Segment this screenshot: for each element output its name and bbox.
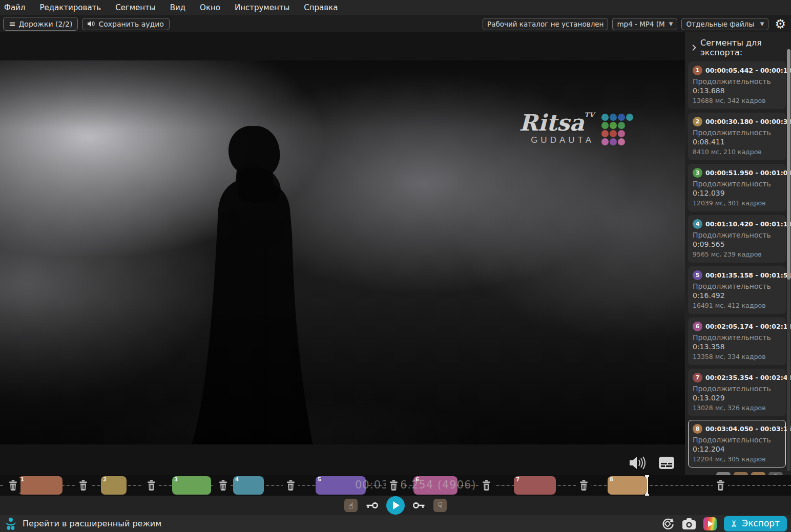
delete-segment-icon[interactable] [283, 478, 298, 493]
next-keyframe-icon[interactable] [413, 501, 425, 509]
delete-segment-icon[interactable] [75, 478, 91, 493]
volume-icon[interactable] [629, 456, 646, 470]
segment-card[interactable]: 4 00:01:10.420 - 00:01:19.986 Продолжите… [688, 215, 786, 263]
jump-cut-start-button[interactable]: ☝ [344, 499, 358, 512]
segment-duration-label: Продолжительность [693, 282, 781, 290]
segment-details: 8410 мс, 210 кадров [693, 148, 781, 156]
timeline-segment[interactable]: 2 [101, 476, 127, 495]
player-area: RitsaTV GUDAUTA [0, 32, 685, 475]
timeline[interactable]: 00:03:16.254 (4906) 12345678 [0, 475, 791, 496]
segment-duration-value: 0:12.204 [693, 445, 781, 453]
working-dir-button[interactable]: Рабочий каталог не установлен [483, 18, 608, 30]
delete-segment-icon[interactable] [713, 478, 728, 493]
rotate-icon[interactable] [661, 517, 675, 530]
timeline-segment-number: 4 [235, 477, 239, 482]
sidebar-scrollbar[interactable] [787, 49, 790, 471]
export-button[interactable]: ✂ Экспорт [724, 516, 787, 531]
segment-card[interactable]: 1 00:00:05.442 - 00:00:19.131 Продолжите… [688, 61, 786, 109]
segment-card[interactable]: 3 00:00:51.950 - 00:01:03.989 Продолжите… [688, 164, 786, 211]
output-mode-value: Отдельные файлы [686, 20, 754, 28]
segment-details: 13688 мс, 342 кадров [693, 97, 781, 104]
subtitles-icon[interactable] [658, 456, 675, 470]
segment-details: 12039 мс, 301 кадров [693, 199, 781, 207]
video-vignette [0, 60, 685, 444]
delete-segment-icon[interactable] [215, 478, 231, 493]
delete-segment-icon[interactable] [576, 478, 591, 493]
timeline-segment-number: 3 [174, 477, 178, 482]
timeline-segment-number: 1 [20, 477, 24, 482]
delete-segment-icon[interactable] [5, 478, 20, 493]
menu-item[interactable]: Сегменты [115, 3, 156, 12]
camera-capture-icon[interactable] [682, 518, 696, 530]
segment-duration-label: Продолжительность [693, 385, 781, 393]
segment-card[interactable]: 7 00:02:35.354 - 00:02:48.382 Продолжите… [688, 369, 786, 416]
segment-duration-label: Продолжительность [693, 333, 781, 342]
segment-number-badge: 1 [693, 66, 702, 75]
segment-card[interactable]: 8 00:03:04.050 - 00:03:16.254 Продолжите… [688, 420, 786, 467]
play-button[interactable] [386, 496, 405, 515]
settings-gear-icon[interactable]: ⚙ [775, 18, 786, 30]
menu-item[interactable]: Окно [200, 3, 220, 12]
segment-time-range: 00:00:30.180 - 00:00:38.591 [705, 118, 791, 125]
speaker-icon [88, 20, 95, 27]
sidebar-scrollbar-thumb[interactable] [787, 49, 790, 280]
menu-bar: ФайлРедактироватьСегментыВидОкноИнструме… [0, 0, 791, 16]
timeline-segment[interactable]: 8 [608, 476, 647, 495]
segment-duration-label: Продолжительность [693, 231, 781, 239]
mpv-play-glyph [708, 521, 713, 527]
timeline-timecode: 00:03:16.254 (4906) [355, 479, 476, 491]
top-toolbar: ≡ Дорожки (2/2) Сохранить аудио Рабочий … [0, 16, 791, 32]
menu-item[interactable]: Вид [170, 3, 185, 12]
segment-details: 9565 мс, 239 кадров [693, 250, 781, 258]
segment-card[interactable]: 5 00:01:35.158 - 00:01:51.650 Продолжите… [688, 266, 786, 314]
segment-duration-value: 0:08.411 [693, 138, 781, 146]
segment-number-badge: 3 [693, 168, 702, 178]
sidebar-header[interactable]: Сегменты для экспорта: [688, 35, 786, 61]
timeline-segment[interactable]: 7 [514, 476, 556, 495]
segment-time-range: 00:02:05.174 - 00:02:18.532 [705, 323, 791, 330]
segment-details: 13028 мс, 326 кадров [693, 404, 781, 412]
timeline-segment[interactable]: 4 [233, 476, 264, 495]
segment-card[interactable]: 6 00:02:05.174 - 00:02:18.532 Продолжите… [688, 317, 786, 365]
timeline-segment[interactable]: 1 [18, 476, 63, 495]
segment-number-badge: 5 [693, 270, 702, 280]
segment-number-badge: 7 [693, 373, 702, 382]
output-mode-select[interactable]: Отдельные файлы ▼ [681, 18, 768, 30]
advanced-mode-label: Перейти в расширенный режим [23, 519, 161, 528]
segment-duration-label: Продолжительность [693, 129, 781, 137]
tracks-button[interactable]: ≡ Дорожки (2/2) [3, 17, 78, 31]
advanced-mode-toggle[interactable]: Перейти в расширенный режим [4, 517, 161, 530]
jump-cut-end-button[interactable]: ☟ [433, 499, 447, 512]
menu-item[interactable]: Справка [304, 3, 338, 12]
mpv-player-icon[interactable] [703, 517, 717, 530]
menu-item[interactable]: Файл [4, 3, 25, 12]
tracks-list-icon: ≡ [9, 19, 15, 29]
footer-bar: Перейти в расширенный режим ✂ Экспорт [0, 515, 791, 532]
menu-item[interactable]: Инструменты [235, 3, 289, 12]
segment-card[interactable]: 2 00:00:30.180 - 00:00:38.591 Продолжите… [688, 113, 786, 160]
timeline-segment[interactable]: 3 [172, 476, 211, 495]
segment-details: 12204 мс, 305 кадров [693, 455, 781, 463]
delete-segment-icon[interactable] [478, 478, 494, 493]
working-dir-label: Рабочий каталог не установлен [487, 20, 603, 28]
segment-duration-label: Продолжительность [693, 436, 781, 444]
segment-time-range: 00:01:35.158 - 00:01:51.650 [705, 271, 791, 279]
save-audio-button[interactable]: Сохранить аудио [82, 18, 169, 30]
segment-number-badge: 4 [693, 219, 702, 229]
prev-keyframe-icon[interactable] [366, 501, 378, 509]
save-audio-label: Сохранить аудио [98, 20, 163, 28]
chevron-right-icon [692, 44, 696, 51]
format-select[interactable]: mp4 - MP4 (M ▼ [612, 18, 677, 30]
menu-item[interactable]: Редактировать [39, 3, 101, 12]
delete-segment-icon[interactable] [143, 478, 159, 493]
segment-number-badge: 6 [693, 322, 702, 331]
segment-time-range: 00:00:05.442 - 00:00:19.131 [705, 67, 791, 74]
video-frame[interactable]: RitsaTV GUDAUTA [0, 60, 685, 444]
segment-details: 16491 мс, 412 кадров [693, 302, 781, 309]
segment-list: 1 00:00:05.442 - 00:00:19.131 Продолжите… [688, 61, 786, 467]
segment-duration-value: 0:12.039 [693, 189, 781, 197]
timeline-segment-number: 8 [610, 477, 613, 482]
scissors-icon: ✂ [728, 519, 739, 527]
segment-duration-value: 0:09.565 [693, 240, 781, 248]
delete-segment-icon[interactable] [386, 478, 401, 493]
